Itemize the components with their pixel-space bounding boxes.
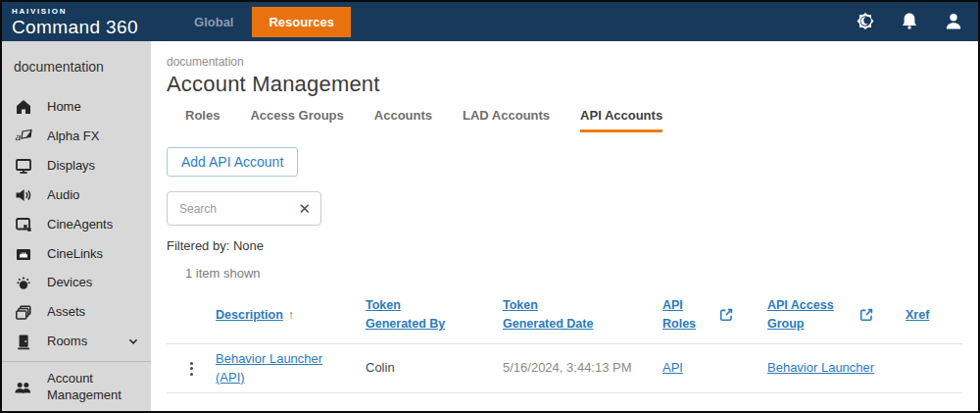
table-row: Behavior Launcher (API) Colin 5/16/2024,… (167, 344, 962, 394)
header-api-access-group: API Access Group (767, 296, 858, 335)
sidebar-item-cineagents[interactable]: CineAgents (2, 210, 151, 239)
header-token-generated-date: Token Generated Date (503, 296, 612, 335)
brand-logo-large: Command 360 (12, 18, 138, 36)
breadcrumb: documentation (167, 55, 962, 69)
tab-lad-accounts[interactable]: LAD Accounts (463, 108, 550, 132)
header-description: Description↑ (216, 305, 366, 325)
clear-search-icon[interactable]: ✕ (292, 201, 311, 216)
display-icon (13, 157, 33, 175)
theme-toggle-icon[interactable] (855, 11, 876, 32)
sidebar-item-home[interactable]: Home (2, 92, 151, 122)
sidebar-item-assets[interactable]: Assets (2, 298, 151, 328)
top-nav: Global Resources (177, 2, 351, 41)
layers-icon (13, 304, 33, 322)
speaker-icon (13, 186, 33, 204)
sidebar-item-devices[interactable]: Devices (2, 269, 151, 298)
chevron-down-icon[interactable] (125, 334, 141, 349)
top-nav-resources[interactable]: Resources (252, 7, 350, 37)
sidebar-item-rooms[interactable]: Rooms (2, 328, 151, 357)
tab-accounts[interactable]: Accounts (374, 108, 432, 132)
app-window: HAIVISION Command 360 Global Resources (0, 0, 980, 413)
cineagents-window-icon (13, 216, 33, 233)
home-icon (13, 98, 33, 116)
filtered-by-label: Filtered by: None (167, 238, 962, 253)
sidebar-item-account-management[interactable]: Account Management (2, 365, 151, 411)
top-bar-icons (855, 11, 964, 32)
api-access-group-external-link-icon[interactable] (858, 307, 906, 323)
sidebar-item-audio[interactable]: Audio (2, 181, 151, 210)
cell-api-access-group: Behavior Launcher (767, 359, 906, 378)
table-header-row: Description↑ Token Generated By Token Ge… (167, 288, 962, 344)
api-roles-external-link-icon[interactable] (718, 307, 767, 323)
cell-token-generated-by: Colin (366, 359, 503, 378)
top-bar: HAIVISION Command 360 Global Resources (2, 2, 978, 41)
tab-bar: Roles Access Groups Accounts LAD Account… (185, 108, 962, 132)
brand-logo-small: HAIVISION (12, 8, 138, 16)
cell-api-roles: API (662, 359, 718, 378)
header-xref: Xref (906, 306, 962, 325)
device-puck-icon (13, 275, 33, 292)
tab-access-groups[interactable]: Access Groups (250, 108, 343, 132)
notifications-bell-icon[interactable] (899, 11, 920, 32)
sidebar-item-cinelinks[interactable]: CineLinks (2, 239, 151, 269)
svg-text:a: a (15, 130, 21, 141)
cell-token-generated-date: 5/16/2024, 3:44:13 PM (503, 359, 662, 378)
sidebar-divider (2, 361, 151, 362)
main-content: documentation Account Management Roles A… (151, 41, 978, 411)
tab-api-accounts[interactable]: API Accounts (580, 108, 662, 132)
sidebar: documentation Home a Alpha FX (2, 41, 151, 411)
user-profile-icon[interactable] (943, 11, 964, 32)
ethernet-port-icon (13, 245, 33, 263)
alpha-fx-icon: a (13, 128, 33, 145)
row-actions-kebab-icon[interactable] (184, 358, 199, 380)
people-icon (13, 379, 33, 396)
sidebar-item-alpha-fx[interactable]: a Alpha FX (2, 122, 151, 151)
brand-logo: HAIVISION Command 360 (12, 8, 138, 36)
items-shown-label: 1 item shown (185, 266, 962, 281)
search-box: ✕ (167, 191, 321, 226)
cell-description: Behavior Launcher (API) (216, 350, 366, 387)
header-api-roles: API Roles (662, 296, 718, 335)
add-api-account-button[interactable]: Add API Account (167, 147, 298, 177)
sidebar-title: documentation (2, 47, 151, 92)
header-token-generated-by: Token Generated By (366, 296, 475, 335)
top-nav-global[interactable]: Global (177, 7, 250, 37)
page-title: Account Management (167, 72, 962, 97)
door-icon (13, 333, 33, 350)
tab-roles[interactable]: Roles (185, 108, 220, 132)
sidebar-item-displays[interactable]: Displays (2, 151, 151, 181)
sort-ascending-icon[interactable]: ↑ (288, 305, 295, 325)
search-input[interactable] (177, 201, 292, 217)
api-accounts-table: Description↑ Token Generated By Token Ge… (167, 288, 962, 393)
